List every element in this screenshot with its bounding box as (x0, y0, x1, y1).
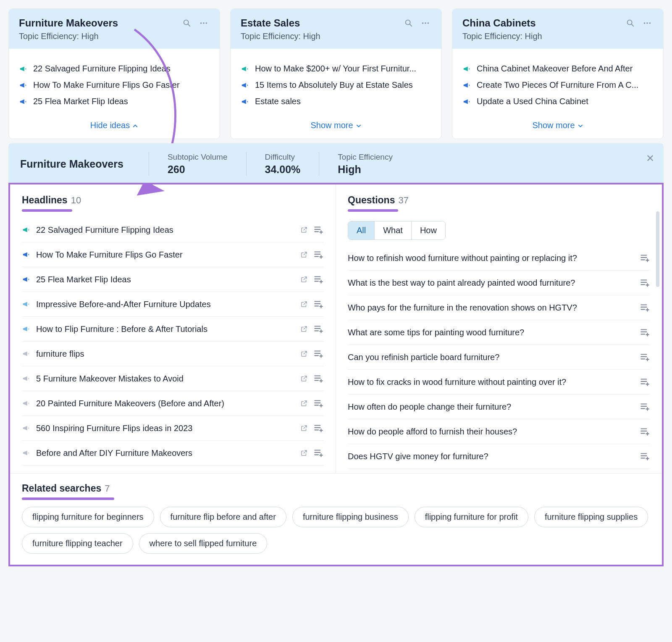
megaphone-icon (22, 225, 31, 234)
megaphone-icon (22, 349, 31, 358)
headline-row[interactable]: furniture flips (22, 342, 324, 366)
megaphone-icon (22, 399, 31, 408)
megaphone-icon (22, 275, 31, 284)
external-link-icon[interactable] (300, 276, 308, 283)
card-efficiency: Topic Efficiency: High (241, 32, 431, 41)
headline-row[interactable]: 5 Furniture Makeover Mistakes to Avoid (22, 366, 324, 391)
related-chip[interactable]: furniture flipping teacher (22, 533, 133, 554)
idea-line[interactable]: How to Make $200+ w/ Your First Furnitur… (241, 61, 431, 77)
search-icon[interactable] (625, 17, 636, 29)
filter-tab-what[interactable]: What (375, 221, 412, 239)
filter-tab-all[interactable]: All (348, 221, 375, 239)
add-to-list-icon[interactable] (639, 401, 650, 412)
search-icon[interactable] (403, 17, 415, 29)
show-more-toggle[interactable]: Show more (532, 121, 583, 130)
card-efficiency: Topic Efficiency: High (462, 32, 653, 41)
card-title: Furniture Makeovers (19, 17, 176, 29)
idea-line[interactable]: 22 Salvaged Furniture Flipping Ideas (19, 61, 210, 77)
show-more-toggle[interactable]: Show more (310, 121, 361, 130)
idea-line[interactable]: 25 Flea Market Flip Ideas (19, 93, 210, 110)
external-link-icon[interactable] (300, 251, 308, 258)
external-link-icon[interactable] (300, 400, 308, 407)
question-filter-tabs: All What How (348, 221, 446, 240)
add-to-list-icon[interactable] (313, 224, 324, 235)
add-to-list-icon[interactable] (313, 249, 324, 260)
related-chip[interactable]: furniture flip before and after (160, 507, 286, 527)
more-icon[interactable] (420, 17, 431, 29)
add-to-list-icon[interactable] (313, 299, 324, 310)
headline-row[interactable]: 20 Painted Furniture Makeovers (Before a… (22, 391, 324, 416)
related-chip[interactable]: furniture flipping business (292, 507, 409, 527)
close-icon[interactable]: ✕ (646, 153, 654, 164)
question-row[interactable]: What are some tips for painting wood fur… (348, 320, 650, 345)
idea-line[interactable]: 15 Items to Absolutely Buy at Estate Sal… (241, 77, 431, 93)
add-to-list-icon[interactable] (639, 302, 650, 313)
idea-line[interactable]: Estate sales (241, 93, 431, 110)
underline-decoration (348, 209, 398, 212)
headline-row[interactable]: 22 Salvaged Furniture Flipping Ideas (22, 218, 324, 242)
question-text: How to refinish wood furniture without p… (348, 253, 634, 263)
external-link-icon[interactable] (300, 300, 308, 308)
underline-decoration (22, 209, 72, 212)
more-icon[interactable] (641, 17, 653, 29)
question-row[interactable]: What is the best way to paint already pa… (348, 271, 650, 295)
question-text: Does HGTV give money for furniture? (348, 452, 634, 461)
add-to-list-icon[interactable] (639, 327, 650, 338)
add-to-list-icon[interactable] (639, 426, 650, 437)
hide-ideas-toggle[interactable]: Hide ideas (90, 121, 139, 130)
external-link-icon[interactable] (300, 375, 308, 382)
external-link-icon[interactable] (300, 226, 308, 234)
idea-line[interactable]: How To Make Furniture Flips Go Faster (19, 77, 210, 93)
add-to-list-icon[interactable] (639, 376, 650, 387)
question-row[interactable]: Can you refinish particle board furnitur… (348, 345, 650, 370)
add-to-list-icon[interactable] (639, 277, 650, 288)
question-row[interactable]: How do people afford to furnish their ho… (348, 419, 650, 444)
headline-row[interactable]: How to Flip Furniture : Before & After T… (22, 317, 324, 342)
headline-row[interactable]: Impressive Before-and-After Furniture Up… (22, 292, 324, 317)
headline-row[interactable]: Before and After DIY Furniture Makeovers (22, 441, 324, 466)
related-chip[interactable]: furniture flipping supplies (534, 507, 648, 527)
question-row[interactable]: How often do people change their furnitu… (348, 395, 650, 419)
add-to-list-icon[interactable] (313, 398, 324, 409)
megaphone-icon (19, 64, 28, 74)
related-chip[interactable]: where to sell flipped furniture (139, 533, 268, 554)
related-chip[interactable]: flipping furniture for beginners (22, 507, 154, 527)
add-to-list-icon[interactable] (639, 451, 650, 462)
headline-text: 22 Salvaged Furniture Flipping Ideas (36, 225, 295, 235)
idea-line[interactable]: China Cabinet Makeover Before And After (462, 61, 653, 77)
external-link-icon[interactable] (300, 350, 308, 358)
question-row[interactable]: How to refinish wood furniture without p… (348, 246, 650, 271)
more-icon[interactable] (198, 17, 210, 29)
headlines-column: Headlines 10 22 Salvaged Furniture Flipp… (10, 184, 336, 473)
add-to-list-icon[interactable] (639, 253, 650, 263)
megaphone-icon (22, 374, 31, 383)
scrollbar[interactable] (656, 211, 659, 287)
related-chip[interactable]: flipping furniture for profit (415, 507, 528, 527)
add-to-list-icon[interactable] (313, 447, 324, 458)
external-link-icon[interactable] (300, 325, 308, 333)
card-title: China Cabinets (462, 17, 620, 29)
question-row[interactable]: Who pays for the furniture in the renova… (348, 295, 650, 320)
card-header: China Cabinets Topic Efficiency: High (452, 9, 663, 49)
external-link-icon[interactable] (300, 449, 308, 457)
related-title: Related searches (22, 483, 101, 494)
question-row[interactable]: Does HGTV give money for furniture? (348, 444, 650, 469)
headline-row[interactable]: 560 Inspiring Furniture Flips ideas in 2… (22, 416, 324, 441)
megaphone-icon (241, 64, 250, 74)
filter-tab-how[interactable]: How (412, 221, 445, 239)
question-text: How to fix cracks in wood furniture with… (348, 377, 634, 387)
headline-row[interactable]: 25 Flea Market Flip Ideas (22, 267, 324, 292)
question-row[interactable]: How to fix cracks in wood furniture with… (348, 370, 650, 395)
add-to-list-icon[interactable] (313, 423, 324, 434)
search-icon[interactable] (181, 17, 193, 29)
add-to-list-icon[interactable] (313, 348, 324, 359)
headline-row[interactable]: How To Make Furniture Flips Go Faster (22, 242, 324, 267)
add-to-list-icon[interactable] (313, 324, 324, 334)
add-to-list-icon[interactable] (313, 274, 324, 285)
add-to-list-icon[interactable] (639, 352, 650, 363)
idea-line[interactable]: Create Two Pieces Of Furniture From A C.… (462, 77, 653, 93)
add-to-list-icon[interactable] (313, 373, 324, 384)
idea-line[interactable]: Update a Used China Cabinet (462, 93, 653, 110)
external-link-icon[interactable] (300, 424, 308, 432)
detail-body: Headlines 10 22 Salvaged Furniture Flipp… (8, 183, 664, 566)
